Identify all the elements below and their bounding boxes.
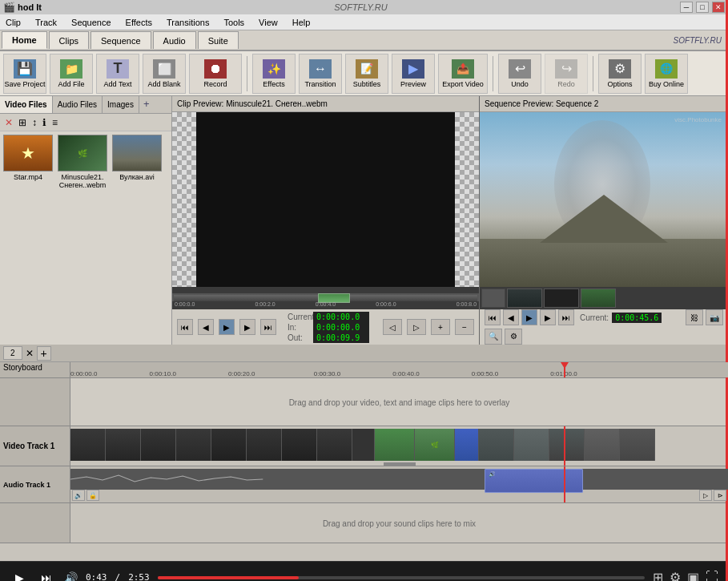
audio-lock-btn[interactable]: 🔒 bbox=[86, 490, 99, 501]
buy-online-button[interactable]: 🌐 Buy Online bbox=[645, 54, 688, 94]
skip-button[interactable]: ⏭ bbox=[37, 568, 56, 582]
seq-next-frame[interactable]: ▶ bbox=[540, 309, 556, 325]
pip-icon[interactable]: ▣ bbox=[687, 570, 699, 581]
video-track: Video Track 1 🌿 bbox=[0, 426, 728, 466]
record-button[interactable]: ⏺ Record bbox=[189, 54, 242, 94]
menu-help[interactable]: Help bbox=[290, 18, 313, 27]
video-track-content[interactable]: 🌿 bbox=[70, 426, 728, 466]
add-file-button[interactable]: 📁 Add File bbox=[50, 54, 93, 94]
tab-clips[interactable]: Clips bbox=[49, 31, 89, 49]
seq-settings-btn[interactable]: ⚙ bbox=[505, 329, 522, 345]
audio-ctrl-right-2[interactable]: ⊳ bbox=[714, 490, 726, 501]
app-icon: 🎬 bbox=[3, 2, 15, 13]
media-info-icon[interactable]: ℹ bbox=[41, 115, 48, 130]
preview-button[interactable]: ▶ Preview bbox=[392, 54, 435, 94]
tab-suite[interactable]: Suite bbox=[198, 31, 239, 49]
clip-play[interactable]: ▶ bbox=[219, 319, 235, 335]
seq-link-btn[interactable]: ⛓ bbox=[686, 309, 703, 325]
menu-transitions[interactable]: Transitions bbox=[164, 18, 211, 27]
subtitles-button[interactable]: 📝 Subtitles bbox=[345, 54, 388, 94]
export-label: Export Video bbox=[442, 80, 483, 88]
sequence-mini-timeline[interactable] bbox=[480, 287, 728, 309]
media-tab-images[interactable]: Images bbox=[103, 96, 139, 113]
media-tab-audio[interactable]: Audio Files bbox=[53, 96, 103, 113]
seq-zoom-btn[interactable]: 🔍 bbox=[485, 329, 502, 345]
tab-home[interactable]: Home bbox=[2, 31, 47, 49]
clip-prev-frame[interactable]: ◀ bbox=[198, 319, 214, 335]
tab-sequence[interactable]: Sequence bbox=[90, 31, 151, 49]
add-blank-button[interactable]: ⬜ Add Blank bbox=[143, 54, 186, 94]
audio-mute-btn[interactable]: 🔊 bbox=[72, 490, 85, 501]
media-tab-video[interactable]: Video Files bbox=[0, 96, 53, 113]
settings-icon[interactable]: ⚙ bbox=[670, 570, 681, 581]
layout-icon[interactable]: ⊞ bbox=[653, 570, 663, 581]
save-icon: 💾 bbox=[14, 59, 36, 79]
media-sort-icon[interactable]: ↕ bbox=[30, 115, 38, 130]
media-item-2[interactable]: Вулкан.avi bbox=[112, 135, 162, 189]
options-label: Options bbox=[607, 80, 632, 88]
menu-clip[interactable]: Clip bbox=[3, 18, 23, 27]
clip-goto-start[interactable]: ⏮ bbox=[177, 319, 193, 335]
maximize-button[interactable]: □ bbox=[696, 2, 709, 13]
audio-track: Audio Track 1 🔊 🔊 🔒 bbox=[0, 466, 728, 503]
tab-audio[interactable]: Audio bbox=[153, 31, 196, 49]
timeline-ruler[interactable]: 0:00:00.0 0:00:10.0 0:00:20.0 0:00:30.0 … bbox=[70, 362, 728, 377]
save-project-button[interactable]: 💾 Save Project bbox=[3, 54, 46, 94]
volume-icon[interactable]: 🔊 bbox=[64, 571, 78, 582]
storyboard-label: Storyboard bbox=[0, 362, 70, 377]
track-resize-handle[interactable] bbox=[384, 462, 416, 466]
media-list-icon[interactable]: ≡ bbox=[50, 115, 59, 130]
clip-mini-timeline[interactable]: 0:00:0.0 0:00:2.0 0:00:4.0 0:00:6.0 0:00… bbox=[172, 287, 479, 309]
clip-zoom-in[interactable]: + bbox=[431, 319, 450, 335]
timeline-ruler-row: Storyboard 0:00:00.0 0:00:10.0 0:00:20.0… bbox=[0, 362, 728, 378]
media-item-0[interactable]: ★ Star.mp4 bbox=[3, 135, 53, 189]
clip-zoom-out[interactable]: − bbox=[455, 319, 474, 335]
play-pause-button[interactable]: ▶ bbox=[10, 568, 29, 582]
title-left: 🎬 hod It bbox=[3, 2, 42, 13]
close-timeline-icon[interactable]: ✕ bbox=[26, 348, 34, 359]
export-button[interactable]: 📤 Export Video bbox=[438, 54, 488, 94]
options-button[interactable]: ⚙ Options bbox=[598, 54, 642, 94]
timeline-tab-2[interactable]: 2 bbox=[3, 346, 22, 360]
seq-prev-frame[interactable]: ◀ bbox=[503, 309, 519, 325]
time-total: 2:53 bbox=[128, 572, 150, 581]
overlay-track-content[interactable]: Drag and drop your video, text and image… bbox=[70, 378, 728, 426]
clip-next-frame[interactable]: ▶ bbox=[239, 319, 255, 335]
seq-goto-start[interactable]: ⏮ bbox=[485, 309, 501, 325]
add-text-button[interactable]: T Add Text bbox=[96, 54, 139, 94]
seq-snapshot-btn[interactable]: 📷 bbox=[706, 309, 723, 325]
audio-mix-content[interactable]: Drag and drop your sound clips here to m… bbox=[70, 503, 728, 543]
fullscreen-icon[interactable]: ⛶ bbox=[706, 570, 718, 581]
close-button[interactable]: ✕ bbox=[712, 2, 725, 13]
seq-play[interactable]: ▶ bbox=[521, 309, 537, 325]
audio-track-content[interactable]: 🔊 🔊 🔒 ▷ ⊳ bbox=[70, 466, 728, 502]
main-area: Video Files Audio Files Images + ✕ ⊞ ↕ ℹ… bbox=[0, 96, 728, 345]
minimize-button[interactable]: ─ bbox=[680, 2, 693, 13]
menu-view[interactable]: View bbox=[256, 18, 280, 27]
media-item-1[interactable]: 🌿 Minuscule21. Cнеген..webm bbox=[58, 135, 107, 189]
media-label-1: Minuscule21. Cнеген..webm bbox=[58, 173, 107, 189]
media-delete-icon[interactable]: ✕ bbox=[3, 115, 14, 130]
sequence-controls: ⏮ ◀ ▶ ▶ ⏭ Current: 0:00:45.6 ⛓ 📷 🔍 ⚙ bbox=[480, 309, 728, 345]
effects-button[interactable]: ✨ Effects bbox=[252, 54, 296, 94]
audio-mix-area: Drag and drop your sound clips here to m… bbox=[0, 503, 728, 543]
clip-mark-in[interactable]: ◁ bbox=[383, 319, 402, 335]
add-media-button[interactable]: + bbox=[139, 96, 154, 113]
menu-effects[interactable]: Effects bbox=[123, 18, 155, 27]
seq-thumb-0 bbox=[507, 288, 542, 308]
audio-ctrl-right-1[interactable]: ▷ bbox=[699, 490, 712, 501]
add-timeline-button[interactable]: + bbox=[37, 346, 51, 361]
progress-bar[interactable] bbox=[158, 576, 645, 579]
add-text-icon: T bbox=[107, 59, 129, 79]
undo-button[interactable]: ↩ Undo bbox=[498, 54, 541, 94]
menu-sequence[interactable]: Sequence bbox=[69, 18, 114, 27]
menu-track[interactable]: Track bbox=[33, 18, 59, 27]
clip-mark-out[interactable]: ▷ bbox=[407, 319, 426, 335]
media-view-icon[interactable]: ⊞ bbox=[17, 115, 28, 130]
clip-goto-end[interactable]: ⏭ bbox=[260, 319, 276, 335]
seq-goto-end[interactable]: ⏭ bbox=[558, 309, 574, 325]
menu-tools[interactable]: Tools bbox=[221, 18, 247, 27]
redo-button[interactable]: ↪ Redo bbox=[545, 54, 588, 94]
window-controls[interactable]: ─ □ ✕ bbox=[680, 2, 725, 13]
transition-button[interactable]: ↔ Transition bbox=[299, 54, 342, 94]
